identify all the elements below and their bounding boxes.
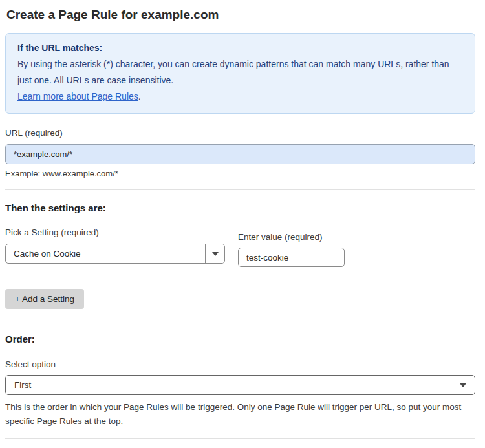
- settings-row: Pick a Setting (required) Cache on Cooki…: [5, 228, 475, 267]
- info-box-body: By using the asterisk (*) character, you…: [17, 56, 463, 89]
- order-select[interactable]: First: [5, 375, 475, 395]
- divider: [5, 189, 475, 190]
- caret-down-icon: [460, 383, 466, 387]
- learn-more-link[interactable]: Learn more about Page Rules: [17, 91, 138, 101]
- url-match-info-box: If the URL matches: By using the asteris…: [5, 33, 475, 114]
- setting-value-column: Enter value (required): [238, 228, 345, 267]
- caret-down-icon: [212, 252, 219, 256]
- add-setting-button[interactable]: + Add a Setting: [5, 289, 84, 309]
- link-suffix: .: [138, 91, 141, 101]
- setting-value-label: Enter value (required): [238, 232, 345, 242]
- url-field-label: URL (required): [5, 128, 475, 138]
- settings-section-heading: Then the settings are:: [5, 202, 475, 213]
- order-section-heading: Order:: [5, 334, 475, 345]
- order-helper-text: This is the order in which your Page Rul…: [5, 400, 471, 429]
- url-example-text: Example: www.example.com/*: [5, 169, 475, 178]
- info-box-link-line: Learn more about Page Rules.: [17, 89, 463, 105]
- page-title: Create a Page Rule for example.com: [5, 6, 475, 23]
- order-select-label: Select option: [5, 359, 475, 370]
- setting-select[interactable]: Cache on Cookie: [5, 244, 225, 264]
- divider: [5, 321, 475, 321]
- setting-select-value: Cache on Cookie: [6, 249, 205, 259]
- divider: [5, 438, 475, 439]
- url-input[interactable]: [5, 144, 475, 164]
- setting-value-input[interactable]: [238, 248, 345, 267]
- setting-picker-column: Pick a Setting (required) Cache on Cooki…: [5, 228, 225, 264]
- info-box-heading: If the URL matches:: [17, 40, 463, 56]
- setting-picker-label: Pick a Setting (required): [5, 228, 225, 238]
- order-select-value: First: [14, 380, 31, 390]
- setting-select-dropdown-button[interactable]: [205, 244, 224, 263]
- page-rule-form: Create a Page Rule for example.com If th…: [0, 0, 485, 448]
